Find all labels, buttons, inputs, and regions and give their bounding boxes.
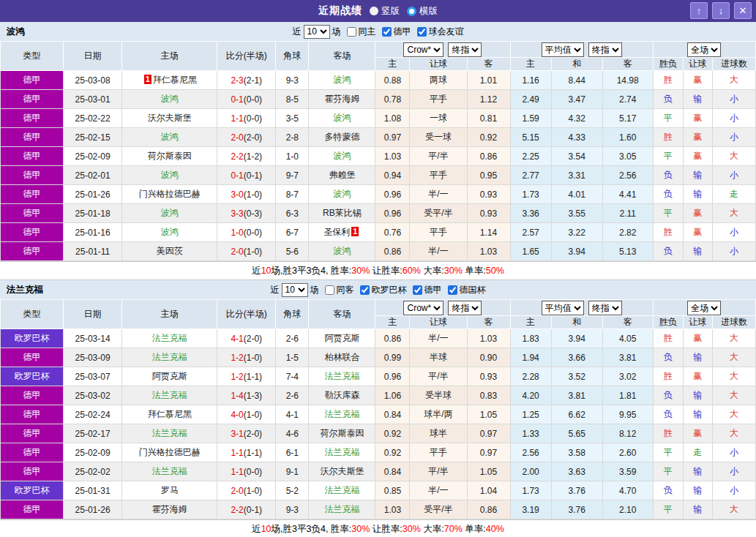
home-team-name: 沃尔夫斯堡 bbox=[148, 113, 192, 123]
recent-results-window: 近期战绩 竖版 横版 ↑ ↓ ✕ 波鸿近10场同主德甲球会友谊类型日期主场比分(… bbox=[0, 0, 756, 537]
avg-home-cell: 2.25 bbox=[510, 147, 551, 166]
home-team-name: 阿贾克斯 bbox=[152, 371, 187, 381]
score-cell: 1-2(1-0) bbox=[217, 348, 276, 367]
recent-count-select[interactable]: 10 bbox=[304, 25, 330, 39]
away-team-cell: 法兰克福 bbox=[309, 500, 375, 519]
home-team-name: 波鸿 bbox=[161, 227, 179, 237]
match-row: 德甲25-02-09门兴格拉德巴赫1-1(1-1)6-1法兰克福0.92平手0.… bbox=[1, 443, 756, 462]
col-subheader-avg-away: 客 bbox=[602, 58, 653, 71]
filter-checkbox-同客[interactable] bbox=[325, 285, 334, 295]
filter-checkbox-球会友谊[interactable] bbox=[417, 27, 427, 37]
average-time-select[interactable]: 终指 bbox=[588, 42, 622, 57]
date-cell: 25-02-15 bbox=[64, 128, 122, 147]
filter-checkbox-德国杯[interactable] bbox=[448, 285, 457, 295]
match-row: 德甲25-02-09荷尔斯泰因2-2(1-2)1-0波鸿1.03平/半0.862… bbox=[1, 147, 756, 166]
away-team-name: 波鸿 bbox=[333, 189, 351, 199]
fulltime-select[interactable]: 全场 bbox=[687, 42, 721, 57]
home-team-name: 法兰克福 bbox=[152, 352, 187, 362]
goals-cell: 大 bbox=[712, 424, 755, 443]
date-cell: 25-03-09 bbox=[64, 348, 122, 367]
filter-checkbox-德甲[interactable] bbox=[382, 27, 392, 37]
close-button[interactable]: ✕ bbox=[734, 2, 752, 19]
home-team-name: 美因茨 bbox=[157, 246, 183, 256]
halftime-score: (1-0) bbox=[244, 486, 262, 496]
handicap-result-cell: 输 bbox=[683, 166, 712, 185]
goals-cell: 小 bbox=[712, 166, 755, 185]
fulltime-score: 2-0 bbox=[231, 132, 243, 143]
halftime-score: (0-3) bbox=[244, 209, 262, 219]
match-row: 德甲25-01-11美因茨2-0(1-0)5-6波鸿0.86半/一1.031.6… bbox=[1, 242, 756, 261]
odds-time-select[interactable]: 终指 bbox=[448, 42, 482, 57]
avg-home-cell: 3.19 bbox=[510, 500, 551, 519]
match-row: 德甲25-01-18波鸿3-3(0-3)6-3RB莱比锡0.96受平/半0.93… bbox=[1, 204, 756, 223]
corner-cell: 8-5 bbox=[276, 90, 309, 109]
home-team-cell: 法兰克福 bbox=[122, 462, 217, 481]
date-cell: 25-03-01 bbox=[64, 90, 122, 109]
league-cell: 欧罗巴杯 bbox=[1, 367, 64, 386]
handicap-cell: 两球 bbox=[410, 71, 467, 90]
sections-host: 波鸿近10场同主德甲球会友谊类型日期主场比分(半场)角球客场Crow*终指平均值… bbox=[0, 22, 756, 537]
avg-away-cell: 2.11 bbox=[602, 204, 653, 223]
handicap-result-cell: 输 bbox=[683, 481, 712, 500]
summary-segment: 30% bbox=[351, 266, 370, 276]
handicap-result-cell: 输 bbox=[683, 462, 712, 481]
summary-row: 近10场,胜3平3负4, 胜率:30% 让胜率:60% 大率:30% 单率:50… bbox=[0, 261, 756, 280]
home-team-name: 波鸿 bbox=[161, 94, 179, 104]
away-team-name: 霍芬海姆 bbox=[324, 94, 359, 104]
recent-count-select[interactable]: 10 bbox=[282, 283, 308, 297]
match-row: 德甲25-02-17法兰克福3-1(2-0)4-6荷尔斯泰因0.92球半0.97… bbox=[1, 424, 756, 443]
handicap-cell: 半球 bbox=[410, 348, 467, 367]
summary-segment: 30% bbox=[351, 524, 370, 534]
average-select[interactable]: 平均值 bbox=[542, 301, 584, 315]
halftime-score: (1-0) bbox=[244, 247, 262, 257]
score-cell: 2-0(1-0) bbox=[217, 242, 276, 261]
move-down-button[interactable]: ↓ bbox=[712, 2, 730, 19]
league-cell: 德甲 bbox=[1, 348, 64, 367]
filter-checkbox-欧罗巴杯[interactable] bbox=[360, 285, 370, 295]
filter-checkbox-同主[interactable] bbox=[347, 27, 356, 37]
average-time-select[interactable]: 终指 bbox=[588, 301, 622, 315]
filter-checkbox-label: 同客 bbox=[337, 284, 354, 296]
score-cell: 1-2(1-1) bbox=[217, 367, 276, 386]
odds-company-select[interactable]: Crow* bbox=[403, 42, 444, 57]
avg-away-cell: 3.59 bbox=[602, 462, 653, 481]
league-cell: 德甲 bbox=[1, 500, 64, 519]
home-team-name: 波鸿 bbox=[161, 208, 179, 218]
odds-time-select[interactable]: 终指 bbox=[448, 301, 482, 315]
home-team-name: 门兴格拉德巴赫 bbox=[139, 447, 201, 457]
odds-company-select[interactable]: Crow* bbox=[403, 301, 444, 315]
away-team-cell: RB莱比锡 bbox=[309, 204, 375, 223]
radio-option-vertical[interactable]: 竖版 bbox=[370, 5, 400, 18]
handicap-result-cell: 输 bbox=[683, 348, 712, 367]
avg-draw-cell: 4.33 bbox=[551, 128, 602, 147]
filter-checkbox-德甲[interactable] bbox=[413, 285, 422, 295]
handicap-result-cell: 输 bbox=[683, 500, 712, 519]
away-team-cell: 波鸿 bbox=[309, 242, 375, 261]
recent-label: 近 bbox=[293, 26, 302, 38]
goals-cell: 大 bbox=[712, 329, 755, 348]
average-select[interactable]: 平均值 bbox=[542, 42, 584, 57]
fulltime-select[interactable]: 全场 bbox=[687, 301, 721, 315]
score-cell: 3-3(0-3) bbox=[217, 204, 276, 223]
goals-cell: 小 bbox=[712, 481, 755, 500]
radio-option-horizontal[interactable]: 横版 bbox=[407, 5, 438, 18]
match-row: 德甲25-01-26门兴格拉德巴赫3-0(1-0)8-7波鸿0.96半/一0.9… bbox=[1, 185, 756, 204]
move-up-button[interactable]: ↑ bbox=[690, 2, 708, 19]
match-row: 德甲25-01-26霍芬海姆2-2(0-1)9-3法兰克福1.03受平/半0.8… bbox=[1, 500, 756, 519]
home-odds-cell: 0.86 bbox=[375, 329, 410, 348]
away-odds-cell: 0.93 bbox=[467, 367, 510, 386]
goals-cell: 小 bbox=[712, 109, 755, 128]
away-odds-cell: 0.90 bbox=[467, 348, 510, 367]
section-controls-row: 波鸿近10场同主德甲球会友谊 bbox=[0, 22, 756, 41]
handicap-cell: 平手 bbox=[410, 223, 467, 242]
summary-segment: 让胜率: bbox=[370, 524, 402, 534]
score-cell: 1-1(0-0) bbox=[217, 462, 276, 481]
corner-cell: 5-2 bbox=[276, 481, 309, 500]
titlebar-buttons: ↑ ↓ ✕ bbox=[690, 2, 752, 19]
avg-away-cell: 2.10 bbox=[602, 500, 653, 519]
handicap-result-cell: 赢 bbox=[683, 147, 712, 166]
league-cell: 德甲 bbox=[1, 405, 64, 424]
col-subheader-odds-away: 客 bbox=[467, 316, 510, 329]
avg-home-cell: 1.59 bbox=[510, 109, 551, 128]
summary-segment: 近 bbox=[252, 266, 261, 276]
